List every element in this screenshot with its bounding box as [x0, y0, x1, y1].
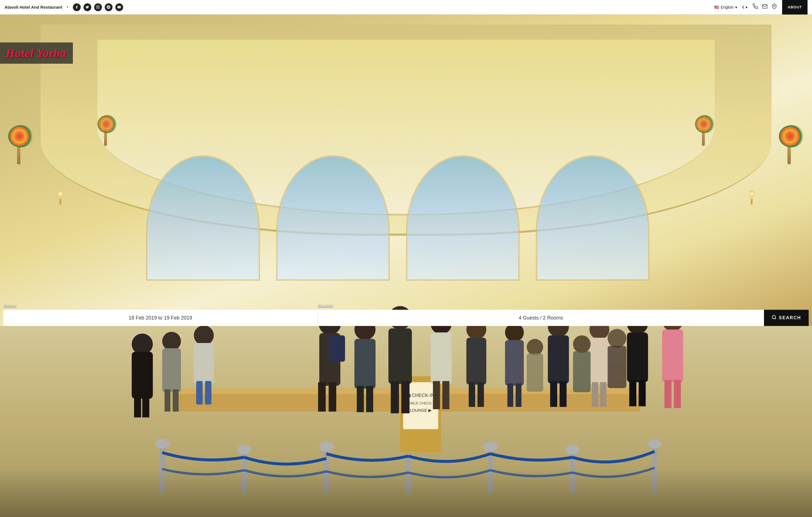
language-chevron-icon: ▾ [735, 5, 737, 9]
hotel-title-box: Hotel Yorba [0, 42, 73, 64]
flag-icon: 🇺🇸 [714, 5, 719, 9]
guests-input[interactable] [318, 310, 764, 326]
location-icon[interactable] [772, 4, 777, 10]
hero-section: ◀ CHECK-IN MOBILE CHECK IN LOUNGE ▶ [0, 15, 812, 517]
svg-rect-0 [97, 6, 100, 9]
search-section: Dates: Guests: SEARCH [0, 303, 812, 326]
search-icon [772, 315, 777, 321]
brand-name[interactable]: Atavoli Hotel And Restaurant [4, 5, 62, 9]
dates-input[interactable] [3, 310, 318, 326]
about-button[interactable]: ABOUT [782, 0, 808, 15]
search-labels: Dates: Guests: [3, 303, 809, 308]
social-icons [73, 3, 123, 11]
svg-point-1 [97, 6, 98, 7]
currency-symbol: € [742, 5, 745, 9]
svg-line-86 [775, 318, 776, 319]
language-label: English [721, 5, 733, 9]
nav-action-icons [753, 4, 777, 10]
search-button[interactable]: SEARCH [764, 310, 809, 326]
svg-point-85 [772, 315, 776, 319]
instagram-icon[interactable] [94, 3, 102, 11]
svg-point-4 [774, 5, 775, 7]
currency-selector[interactable]: € ▾ [742, 5, 748, 9]
guests-label: Guests: [318, 303, 809, 308]
navbar: Atavoli Hotel And Restaurant ▾ 🇺🇸 Englis… [0, 0, 812, 15]
youtube-icon[interactable] [115, 3, 123, 11]
phone-icon[interactable] [753, 4, 758, 10]
hero-content: Hotel Yorba Dates: Guests: SEARCH [0, 15, 812, 517]
email-icon[interactable] [762, 4, 767, 10]
search-label: SEARCH [779, 315, 801, 320]
navbar-right: 🇺🇸 English ▾ € ▾ ABOUT [714, 0, 808, 15]
dates-label: Dates: [3, 303, 318, 308]
navbar-left: Atavoli Hotel And Restaurant ▾ [4, 3, 123, 11]
language-selector[interactable]: 🇺🇸 English ▾ [714, 5, 737, 9]
svg-point-2 [98, 6, 99, 6]
twitter-icon[interactable] [84, 3, 91, 11]
hotel-title: Hotel Yorba [6, 46, 66, 60]
currency-chevron-icon: ▾ [746, 5, 748, 9]
brand-chevron-icon[interactable]: ▾ [67, 5, 68, 9]
search-bar: SEARCH [3, 310, 809, 326]
facebook-icon[interactable] [73, 3, 81, 11]
pinterest-icon[interactable] [105, 3, 113, 11]
